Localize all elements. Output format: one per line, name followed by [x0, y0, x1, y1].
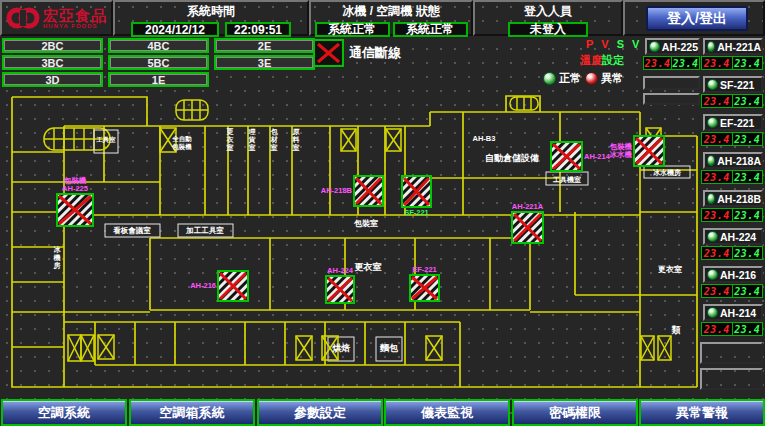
plan-equipment-AH-225[interactable]: 包裝機AH-225 — [57, 176, 93, 226]
header-bar: 宏亞食品 HUNYA FOODS 系統時間 2024/12/12 22:09:5… — [0, 0, 765, 36]
equipment-label: 包裝機AH-225 — [62, 176, 88, 193]
unit-values-SF-221: 23.423.4 — [701, 94, 763, 108]
abnormal-lamp-icon — [585, 72, 598, 85]
floor-button-4BC[interactable]: 4BC — [108, 38, 209, 53]
system-time-label: 系統時間 — [115, 3, 307, 20]
unit-AH-218B[interactable]: AH-218B — [703, 190, 763, 207]
plan-equipment-AH-216[interactable]: AH-216 — [190, 271, 248, 301]
unit-values-AH-214: 23.423.4 — [701, 322, 763, 336]
equipment-label: EF-221 — [412, 265, 437, 274]
sv-value: 23.4 — [733, 133, 763, 145]
pv-value: 23.4 — [644, 57, 672, 69]
temp-label-red: 溫度 — [580, 54, 602, 66]
unit-values-EF-221: 23.423.4 — [701, 132, 763, 146]
brand-name: 宏亞食品 — [43, 8, 107, 23]
machine-status-label: 冰機 / 空調機 狀態 — [311, 3, 471, 20]
footer-button-5[interactable]: 密碼權限 — [512, 399, 638, 426]
unit-AH-224[interactable]: AH-224 — [703, 228, 763, 245]
room-label: 包裝室 — [353, 218, 378, 228]
brand-subtitle: HUNYA FOODS — [43, 23, 107, 29]
equipment-label: SF-221 — [404, 208, 429, 217]
floor-button-3BC[interactable]: 3BC — [2, 55, 103, 70]
room-label: 自動倉儲設備 — [485, 153, 539, 163]
door-x-icon — [68, 335, 81, 361]
brand-logo: 宏亞食品 HUNYA FOODS — [0, 0, 113, 36]
room-outline — [94, 130, 690, 361]
room-label: 工具機室 — [552, 175, 581, 184]
unit-values-AH-218A: 23.423.4 — [701, 170, 763, 184]
login-person-label: 登入人員 — [475, 3, 621, 20]
sv-value: 23.4 — [733, 323, 763, 335]
pv-sv-header: PVSV — [586, 38, 647, 50]
sidebar-empty-slot — [700, 368, 763, 390]
unit-values-AH-225: 23.423.4 — [643, 56, 700, 70]
equipment-label: AH-224 — [327, 266, 354, 275]
unit-name-label: AH-225 — [662, 41, 698, 53]
room-label: 類 — [671, 325, 681, 335]
floor-button-1E[interactable]: 1E — [108, 72, 209, 87]
plan-equipment-EF-221[interactable]: EF-221 — [410, 265, 439, 301]
floor-button-2BC[interactable]: 2BC — [2, 38, 103, 53]
plan-equipment-AH-221A[interactable]: AH-221A — [512, 202, 544, 243]
sv-value: 23.4 — [672, 57, 699, 69]
equipment-label: AH-214 — [584, 152, 611, 161]
plan-equipment-AH-224[interactable]: AH-224 — [326, 266, 354, 303]
unit-AH-214[interactable]: AH-214 — [703, 304, 763, 321]
unit-status-lamp-icon — [707, 41, 715, 52]
hmi-screen: 宏亞食品 HUNYA FOODS 系統時間 2024/12/12 22:09:5… — [0, 0, 765, 426]
pv-label: PV — [586, 38, 617, 50]
sv-value: 23.4 — [733, 247, 763, 259]
plan-equipment-SF-221[interactable]: SF-221 — [402, 176, 431, 217]
plan-equipment-AH-214[interactable]: AH-214 — [551, 142, 611, 171]
sv-value: 23.4 — [733, 95, 763, 107]
room-label-vertical: 更衣室 — [226, 128, 235, 151]
chiller-status-value: 系統正常 — [315, 22, 390, 37]
temp-label-green: 設定 — [602, 54, 624, 66]
unit-AH-216[interactable]: AH-216 — [703, 266, 763, 283]
room-label: 看板會議室 — [112, 226, 151, 235]
pv-value: 23.4 — [702, 57, 733, 69]
floor-button-3D[interactable]: 3D — [2, 72, 103, 87]
plan-equipment-冰水機[interactable]: 包裝機冰水機 — [609, 136, 665, 166]
floor-button-2E[interactable]: 2E — [214, 38, 315, 53]
sidebar-empty-slot — [643, 76, 700, 90]
equipment-label: AH-216 — [190, 281, 216, 290]
door-x-icon — [386, 129, 401, 151]
login-logout-button[interactable]: 登入/登出 — [646, 6, 748, 31]
comm-loss-label: 通信斷線 — [349, 44, 401, 62]
pv-value: 23.4 — [702, 171, 733, 183]
footer-button-4[interactable]: 儀表監視 — [384, 399, 510, 426]
sv-value: 23.4 — [733, 171, 763, 183]
normal-label: 正常 — [559, 71, 581, 86]
footer-button-3[interactable]: 參數設定 — [257, 399, 383, 426]
room-label-vertical: 理貨室 — [248, 128, 257, 151]
room-label: 包裝機 — [171, 143, 192, 151]
unit-EF-221[interactable]: EF-221 — [703, 114, 763, 131]
unit-name-label: SF-221 — [720, 79, 754, 91]
floor-button-5BC[interactable]: 5BC — [108, 55, 209, 70]
unit-AH-218A[interactable]: AH-218A — [703, 152, 763, 169]
unit-status-lamp-icon — [707, 117, 718, 128]
unit-name-label: AH-214 — [720, 307, 756, 319]
sv-value: 23.4 — [733, 209, 763, 221]
footer-button-6[interactable]: 異常警報 — [639, 399, 765, 426]
floor-button-3E[interactable]: 3E — [214, 55, 315, 70]
door-x-icon — [341, 129, 356, 151]
unit-status-lamp-icon — [707, 231, 718, 242]
equipment-label: 包裝機冰水機 — [609, 142, 633, 159]
unit-SF-221[interactable]: SF-221 — [703, 76, 763, 93]
comm-loss-icon — [313, 39, 344, 67]
sidebar-empty-slot — [700, 342, 763, 364]
room-label: 更衣室 — [658, 264, 682, 274]
unit-AH-221A[interactable]: AH-221A — [703, 38, 763, 55]
unit-status-lamp-icon — [707, 193, 715, 204]
unit-AH-225[interactable]: AH-225 — [645, 38, 700, 55]
unit-status-lamp-icon — [707, 307, 718, 318]
floor-plan: 工具室全自動包裝機AH-B3自動倉儲設備包裝室更衣室看板會議室加工工具室烘焙麵包… — [0, 88, 700, 398]
footer-button-2[interactable]: 空調箱系統 — [129, 399, 255, 426]
legend-normal: 正常 — [543, 71, 581, 86]
unit-name-label: EF-221 — [720, 117, 754, 129]
footer-button-1[interactable]: 空調系統 — [1, 399, 127, 426]
sv-value: 23.4 — [733, 285, 763, 297]
unit-name-label: AH-216 — [720, 269, 756, 281]
